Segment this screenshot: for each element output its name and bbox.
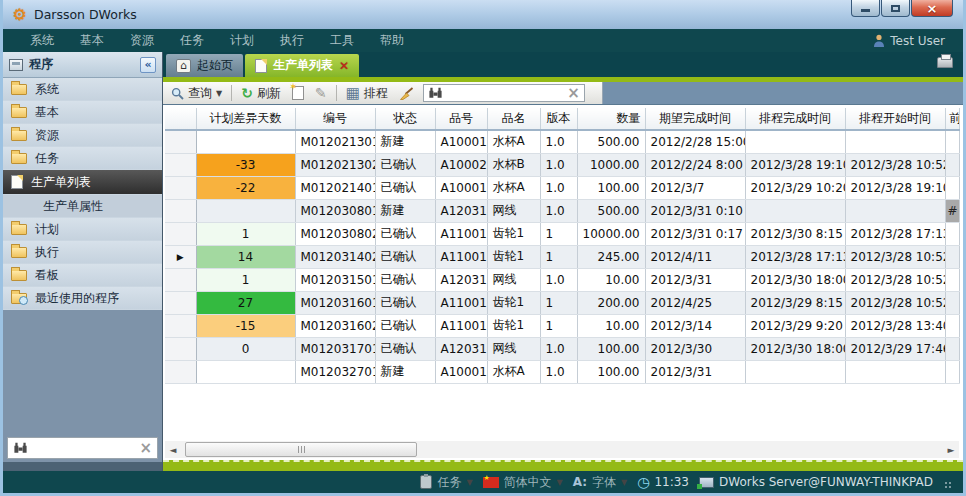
- sidebar-item[interactable]: 看板: [3, 264, 162, 287]
- toolbar-search-clear-icon[interactable]: ×: [567, 86, 580, 101]
- cell-status: 已确认: [375, 337, 435, 360]
- tab-close-icon[interactable]: ✕: [339, 60, 349, 72]
- scrollbar-track[interactable]: [181, 441, 943, 458]
- menu-item[interactable]: 工具: [317, 32, 367, 49]
- cell-status: 新建: [375, 199, 435, 222]
- table-row[interactable]: -33M012021302已确认A10002水杯B1.01000.002012/…: [165, 153, 959, 176]
- cell-item_name: 水杯A: [487, 176, 540, 199]
- row-selector[interactable]: [165, 268, 196, 291]
- clean-button[interactable]: [395, 86, 418, 101]
- toolbar-search-input[interactable]: [447, 86, 563, 100]
- status-font[interactable]: A: 字体 ▼: [573, 474, 627, 491]
- sidebar-item[interactable]: 生产单列表: [3, 170, 162, 195]
- menu-item[interactable]: 计划: [217, 32, 267, 49]
- printer-icon[interactable]: [937, 57, 953, 68]
- cell-status: 已确认: [375, 176, 435, 199]
- current-user[interactable]: Test User: [873, 34, 949, 48]
- table-row[interactable]: M012030801新建A12031网线1.0500.002012/3/31 0…: [165, 199, 959, 222]
- row-selector[interactable]: [165, 291, 196, 314]
- table-row[interactable]: 1M012030802已确认A11001齿轮1110000.002012/3/3…: [165, 222, 959, 245]
- sidebar-item[interactable]: 执行: [3, 241, 162, 264]
- scroll-right-icon[interactable]: ►: [943, 445, 959, 455]
- grid-header-row: 计划差异天数编号状态品号品名版本数量期望完成时间排程完成时间排程开始时间前: [165, 108, 959, 130]
- status-task[interactable]: 任务 ▼: [420, 474, 472, 491]
- scroll-left-icon[interactable]: ◄: [165, 445, 181, 455]
- minimize-button[interactable]: [851, 0, 880, 17]
- new-button[interactable]: [288, 85, 308, 101]
- column-header-due[interactable]: 期望完成时间: [645, 108, 745, 130]
- close-button[interactable]: ×: [911, 0, 953, 17]
- row-selector[interactable]: [165, 222, 196, 245]
- row-selector[interactable]: [165, 130, 196, 153]
- refresh-button[interactable]: ↻ 刷新: [237, 84, 285, 103]
- row-selector[interactable]: [165, 176, 196, 199]
- menu-item[interactable]: 资源: [117, 32, 167, 49]
- sidebar-search-clear-icon[interactable]: ×: [139, 441, 152, 456]
- tab-home[interactable]: ⌂ 起始页: [166, 54, 243, 77]
- sidebar-item[interactable]: 最近使用的程序: [3, 287, 162, 310]
- sidebar-item[interactable]: 生产单属性: [3, 195, 162, 218]
- cell-extra: [945, 268, 959, 291]
- cell-qty: 500.00: [577, 199, 645, 222]
- edit-button[interactable]: ✎: [311, 85, 331, 101]
- column-header-sched_start[interactable]: 排程开始时间: [845, 108, 945, 130]
- table-row[interactable]: ▶14M012031402已确认A11001齿轮11245.002012/4/1…: [165, 245, 959, 268]
- cell-sched_start: 2012/3/28 19:10: [845, 176, 945, 199]
- cell-status: 已确认: [375, 245, 435, 268]
- sidebar-item[interactable]: 任务: [3, 147, 162, 170]
- sidebar-item[interactable]: 基本: [3, 101, 162, 124]
- content: 程序 « 系统基本资源任务生产单列表生产单属性计划执行看板最近使用的程序 ×: [3, 52, 963, 471]
- cell-due: 2012/3/31: [645, 360, 745, 383]
- tab-production-orders[interactable]: 生产单列表 ✕: [245, 54, 359, 77]
- cell-qty: 1000.00: [577, 153, 645, 176]
- table-row[interactable]: -22M012021401已确认A10001水杯A1.0100.002012/3…: [165, 176, 959, 199]
- cell-extra: [945, 337, 959, 360]
- menu-item[interactable]: 任务: [167, 32, 217, 49]
- status-language[interactable]: 简体中文 ▼: [483, 474, 563, 491]
- column-header-qty[interactable]: 数量: [577, 108, 645, 130]
- menu-item[interactable]: 系统: [17, 32, 67, 49]
- table-row[interactable]: 27M012031601已确认A11001齿轮11200.002012/4/25…: [165, 291, 959, 314]
- sidebar-item[interactable]: 资源: [3, 124, 162, 147]
- query-button[interactable]: 查询 ▼: [167, 84, 226, 103]
- menu-item[interactable]: 基本: [67, 32, 117, 49]
- sidebar-search-input[interactable]: [33, 441, 134, 455]
- row-selector[interactable]: [165, 360, 196, 383]
- table-row[interactable]: 0M012031701已确认A12031网线1.0100.002012/3/30…: [165, 337, 959, 360]
- column-header-item_name[interactable]: 品名: [487, 108, 540, 130]
- row-selector[interactable]: [165, 314, 196, 337]
- scrollbar-thumb[interactable]: [185, 442, 417, 457]
- document-icon: [11, 175, 23, 189]
- schedule-button[interactable]: ▦ 排程: [342, 84, 392, 103]
- column-header-no[interactable]: 编号: [295, 108, 375, 130]
- maximize-button[interactable]: [881, 0, 910, 17]
- row-selector[interactable]: [165, 153, 196, 176]
- column-header-status[interactable]: 状态: [375, 108, 435, 130]
- row-selector[interactable]: [165, 337, 196, 360]
- column-header-sel[interactable]: [165, 108, 196, 130]
- folder-icon: [11, 107, 27, 118]
- table-row[interactable]: M012032701新建A10001水杯A1.0100.002012/3/31: [165, 360, 959, 383]
- menu-item[interactable]: 帮助: [367, 32, 417, 49]
- column-header-sched_end[interactable]: 排程完成时间: [745, 108, 845, 130]
- current-row-indicator[interactable]: ▶: [165, 245, 196, 268]
- horizontal-scrollbar[interactable]: ◄ ►: [165, 441, 959, 458]
- table-row[interactable]: M012021301新建A10001水杯A1.0500.002012/2/28 …: [165, 130, 959, 153]
- table-row[interactable]: -15M012031602已确认A11001齿轮1110.002012/3/14…: [165, 314, 959, 337]
- menu-item[interactable]: 执行: [267, 32, 317, 49]
- toolbar-search-box: ×: [423, 84, 585, 102]
- new-document-icon: [292, 86, 304, 100]
- table-row[interactable]: 1M012031501已确认A12031网线1.010.002012/3/312…: [165, 268, 959, 291]
- sidebar-item[interactable]: 系统: [3, 78, 162, 101]
- column-header-ver[interactable]: 版本: [540, 108, 577, 130]
- sidebar-collapse-button[interactable]: «: [140, 57, 156, 73]
- sidebar-item[interactable]: 计划: [3, 218, 162, 241]
- column-header-extra[interactable]: 前: [945, 108, 959, 130]
- column-header-diff[interactable]: 计划差异天数: [196, 108, 295, 130]
- row-selector[interactable]: [165, 199, 196, 222]
- cell-sched_start: 2012/3/28 17:13: [845, 222, 945, 245]
- resize-grip[interactable]: [945, 482, 953, 490]
- column-header-item_no[interactable]: 品号: [435, 108, 487, 130]
- minimize-icon: [861, 9, 870, 12]
- toolbar-separator: [231, 85, 232, 101]
